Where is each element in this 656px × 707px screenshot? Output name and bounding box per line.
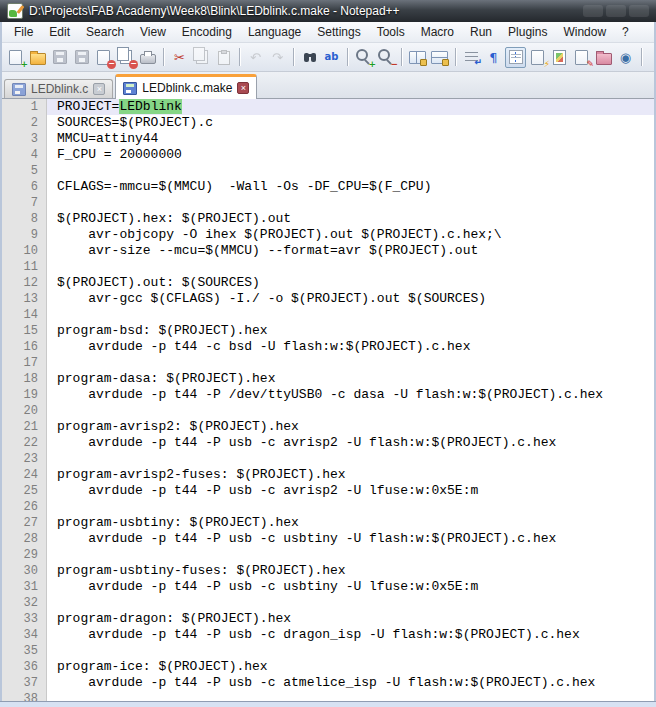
code-line[interactable]: 23: [2, 451, 654, 467]
code-line[interactable]: 38: [2, 691, 654, 701]
zoom-out-icon[interactable]: −: [375, 47, 396, 68]
find-icon[interactable]: [299, 47, 320, 68]
line-number: 8: [2, 211, 47, 227]
menu-help[interactable]: ?: [614, 23, 637, 41]
save-all-icon[interactable]: [71, 47, 92, 68]
save-icon[interactable]: [49, 47, 70, 68]
menu-search[interactable]: Search: [78, 23, 132, 41]
minimize-button[interactable]: [583, 5, 603, 17]
line-number: 2: [2, 115, 47, 131]
code-line[interactable]: 4F_CPU = 20000000: [2, 147, 654, 163]
document-switcher-icon[interactable]: ✎: [571, 47, 592, 68]
tab-ledblink-c-make[interactable]: LEDblink.c.make×: [115, 74, 257, 99]
open-file-icon[interactable]: [27, 47, 48, 68]
function-list-icon[interactable]: ⚡: [527, 47, 548, 68]
show-all-characters-icon[interactable]: ¶: [483, 47, 504, 68]
code-line[interactable]: 14: [2, 307, 654, 323]
code-line[interactable]: 2SOURCES=$(PROJECT).c: [2, 115, 654, 131]
code-line[interactable]: 8$(PROJECT).hex: $(PROJECT).out: [2, 211, 654, 227]
code-line[interactable]: 13 avr-gcc $(CFLAGS) -I./ -o $(PROJECT).…: [2, 291, 654, 307]
code-text: $(PROJECT).hex: $(PROJECT).out: [47, 211, 654, 227]
menu-run[interactable]: Run: [462, 23, 500, 41]
code-text: [47, 499, 654, 515]
code-line[interactable]: 3MMCU=attiny44: [2, 131, 654, 147]
menu-tools[interactable]: Tools: [369, 23, 413, 41]
title-bar[interactable]: D:\Projects\FAB Academy\Week8\Blink\LEDb…: [0, 0, 656, 22]
code-line[interactable]: 31 avrdude -p t44 -P usb -c usbtiny -U l…: [2, 579, 654, 595]
code-line[interactable]: 12$(PROJECT).out: $(SOURCES): [2, 275, 654, 291]
close-tab-icon[interactable]: ×: [93, 83, 105, 95]
code-line[interactable]: 34 avrdude -p t44 -P usb -c dragon_isp -…: [2, 627, 654, 643]
copy-icon[interactable]: [191, 47, 212, 68]
document-monitor-icon[interactable]: ◉: [615, 47, 636, 68]
code-line[interactable]: 24program-avrisp2-fuses: $(PROJECT).hex: [2, 467, 654, 483]
code-line[interactable]: 6CFLAGS=-mmcu=$(MMCU) -Wall -Os -DF_CPU=…: [2, 179, 654, 195]
undo-icon[interactable]: ↶: [245, 47, 266, 68]
code-line[interactable]: 26: [2, 499, 654, 515]
code-line[interactable]: 18program-dasa: $(PROJECT).hex: [2, 371, 654, 387]
code-text: avrdude -p t44 -P usb -c usbtiny -U lfus…: [47, 579, 654, 595]
code-line[interactable]: 17: [2, 355, 654, 371]
code-line[interactable]: 21program-avrisp2: $(PROJECT).hex: [2, 419, 654, 435]
close-icon[interactable]: −: [93, 47, 114, 68]
code-line[interactable]: 30program-usbtiny-fuses: $(PROJECT).hex: [2, 563, 654, 579]
code-line[interactable]: 35: [2, 643, 654, 659]
code-text: program-ice: $(PROJECT).hex: [47, 659, 654, 675]
redo-icon[interactable]: ↷: [267, 47, 288, 68]
code-line[interactable]: 1PROJECT=LEDblink: [2, 99, 654, 115]
menu-window[interactable]: Window: [555, 23, 614, 41]
tab-ledblink-c[interactable]: LEDblink.c×: [4, 79, 113, 98]
cut-icon[interactable]: ✂: [169, 47, 190, 68]
sync-vertical-scroll-icon[interactable]: [407, 47, 428, 68]
word-wrap-icon[interactable]: [461, 47, 482, 68]
code-line[interactable]: 10 avr-size --mcu=$(MMCU) --format=avr $…: [2, 243, 654, 259]
code-line[interactable]: 5: [2, 163, 654, 179]
replace-icon[interactable]: ab: [321, 47, 342, 68]
show-indent-guide-icon[interactable]: [505, 47, 526, 68]
code-line[interactable]: 16 avrdude -p t44 -c bsd -U flash:w:$(PR…: [2, 339, 654, 355]
close-button[interactable]: [629, 5, 649, 17]
menu-encoding[interactable]: Encoding: [174, 23, 240, 41]
code-text: [47, 307, 654, 323]
code-line[interactable]: 15program-bsd: $(PROJECT).hex: [2, 323, 654, 339]
code-line[interactable]: 32: [2, 595, 654, 611]
code-text: program-avrisp2: $(PROJECT).hex: [47, 419, 654, 435]
toolbar-separator: [641, 48, 642, 66]
code-line[interactable]: 20: [2, 403, 654, 419]
code-line[interactable]: 37 avrdude -p t44 -P usb -c atmelice_isp…: [2, 675, 654, 691]
code-line[interactable]: 22 avrdude -p t44 -P usb -c avrisp2 -U f…: [2, 435, 654, 451]
menu-edit[interactable]: Edit: [41, 23, 78, 41]
menu-file[interactable]: File: [6, 23, 41, 41]
document-map-icon[interactable]: [549, 47, 570, 68]
menu-plugins[interactable]: Plugins: [500, 23, 555, 41]
zoom-in-icon[interactable]: +: [353, 47, 374, 68]
maximize-button[interactable]: [606, 5, 626, 17]
code-line[interactable]: 28 avrdude -p t44 -P usb -c usbtiny -U f…: [2, 531, 654, 547]
code-line[interactable]: 7: [2, 195, 654, 211]
editor[interactable]: 1PROJECT=LEDblink2SOURCES=$(PROJECT).c3M…: [2, 99, 654, 701]
code-line[interactable]: 27program-usbtiny: $(PROJECT).hex: [2, 515, 654, 531]
line-number: 35: [2, 643, 47, 659]
sync-horizontal-scroll-icon[interactable]: [429, 47, 450, 68]
project-panel-icon[interactable]: [593, 47, 614, 68]
code-line[interactable]: 36program-ice: $(PROJECT).hex: [2, 659, 654, 675]
menu-settings[interactable]: Settings: [309, 23, 368, 41]
paste-icon[interactable]: [213, 47, 234, 68]
menu-view[interactable]: View: [132, 23, 174, 41]
code-text: [47, 451, 654, 467]
code-line[interactable]: 25 avrdude -p t44 -P usb -c avrisp2 -U l…: [2, 483, 654, 499]
menu-language[interactable]: Language: [240, 23, 309, 41]
code-text: [47, 547, 654, 563]
menu-macro[interactable]: Macro: [413, 23, 462, 41]
code-line[interactable]: 33program-dragon: $(PROJECT).hex: [2, 611, 654, 627]
new-file-icon[interactable]: +: [5, 47, 26, 68]
print-icon[interactable]: [137, 47, 158, 68]
code-line[interactable]: 9 avr-objcopy -O ihex $(PROJECT).out $(P…: [2, 227, 654, 243]
code-line[interactable]: 29: [2, 547, 654, 563]
close-tab-icon[interactable]: ×: [237, 82, 249, 94]
code-line[interactable]: 11: [2, 259, 654, 275]
tab-label: LEDblink.c.make: [142, 81, 232, 95]
line-number: 7: [2, 195, 47, 211]
code-line[interactable]: 19 avrdude -p t44 -P /dev/ttyUSB0 -c das…: [2, 387, 654, 403]
close-all-icon[interactable]: −: [115, 47, 136, 68]
